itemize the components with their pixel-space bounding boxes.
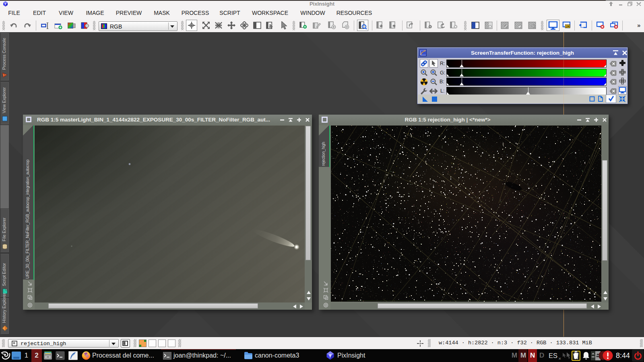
svg-text:24: 24 [566,25,569,28]
